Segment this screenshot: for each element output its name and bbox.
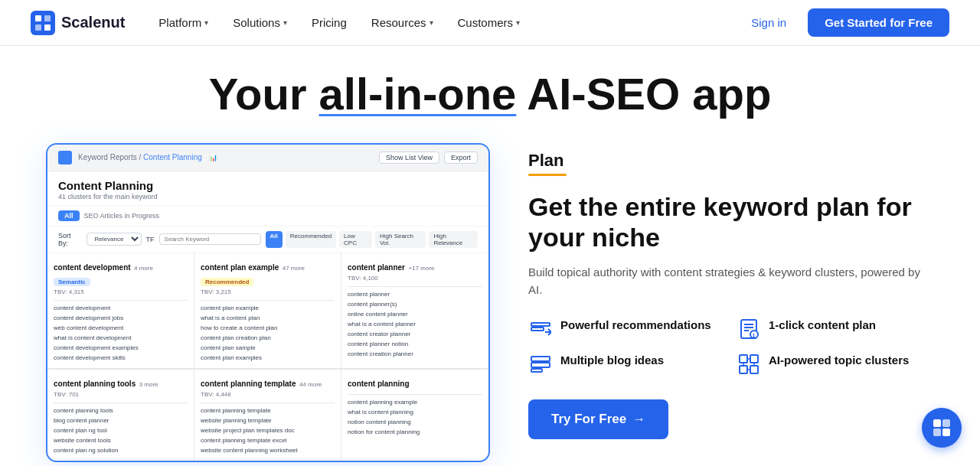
- app-screenshot: Keyword Reports / Content Planning 📊 Sho…: [46, 143, 490, 462]
- svg-rect-21: [942, 419, 950, 427]
- nav-customers[interactable]: Customers ▾: [447, 10, 531, 35]
- list-item: content planner: [348, 290, 482, 298]
- list-item: content development skills: [54, 354, 188, 362]
- list-item: content planner notion: [348, 340, 482, 348]
- svg-rect-1: [35, 15, 41, 21]
- list-item: content planner(s): [348, 300, 482, 308]
- blog-ideas-icon: [528, 352, 553, 376]
- feature-topic-clusters-text: AI-powered topic clusters: [769, 352, 909, 368]
- svg-rect-0: [31, 11, 55, 35]
- feature-blog-ideas: Multiple blog ideas: [528, 352, 726, 376]
- get-started-button[interactable]: Get Started for Free: [808, 8, 949, 37]
- topic-clusters-icon: [737, 352, 761, 376]
- app-logo-small: [58, 151, 72, 165]
- list-item: content plan example: [201, 304, 335, 312]
- svg-rect-3: [35, 24, 41, 31]
- svg-rect-23: [942, 429, 950, 436]
- chevron-down-icon: ▾: [283, 18, 287, 27]
- page-title: Your all-in-one AI-SEO app: [46, 69, 934, 120]
- recommendations-icon: [528, 317, 553, 341]
- try-for-free-button[interactable]: Try For Free →: [528, 399, 668, 439]
- app-toolbar: Sort By: Relevance TF All Recommended Lo…: [47, 226, 488, 253]
- list-item: what is a content plan: [201, 314, 335, 322]
- table-col-2: content plan example 47 more Recommended…: [194, 253, 341, 368]
- nav-solutions[interactable]: Solutions ▾: [222, 10, 298, 35]
- export-button[interactable]: Export: [444, 152, 478, 164]
- list-item: notion for content planning: [348, 428, 482, 436]
- fab-icon: [932, 418, 952, 438]
- list-item: content plan ng tool: [54, 426, 188, 435]
- nav-pricing[interactable]: Pricing: [301, 10, 358, 35]
- list-item: what is content development: [54, 334, 188, 342]
- svg-rect-5: [531, 323, 550, 326]
- filter-all-badge[interactable]: All: [58, 210, 80, 221]
- svg-rect-16: [740, 355, 747, 363]
- list-item: content planning template excel: [201, 436, 335, 445]
- plan-label: Plan: [528, 151, 934, 171]
- search-input[interactable]: [159, 233, 261, 245]
- svg-rect-15: [531, 369, 542, 372]
- list-item: what is content planning: [348, 408, 482, 416]
- list-item: content planning template: [201, 406, 335, 415]
- svg-rect-13: [531, 357, 550, 361]
- list-item: content plan examples: [201, 354, 335, 362]
- chevron-down-icon: ▾: [516, 18, 520, 27]
- keyword-table: content development 4 more Semantic TBV:…: [47, 253, 488, 461]
- list-item: website project plan templates doc: [201, 426, 335, 435]
- list-item: content development jobs: [54, 314, 188, 322]
- list-item: how to create a content plan: [201, 324, 335, 332]
- list-item: content development: [54, 304, 188, 312]
- plan-headline: Get the entire keyword plan for your nic…: [528, 191, 934, 254]
- list-item: notion content planning: [348, 418, 482, 426]
- table-col-4: content planning tools 3 more TBV: 701 c…: [47, 370, 194, 461]
- list-item: content development examples: [54, 344, 188, 352]
- table-col-1: content development 4 more Semantic TBV:…: [47, 253, 194, 368]
- list-item: content creator planner: [348, 330, 482, 338]
- show-list-button[interactable]: Show List View: [379, 152, 439, 164]
- tag-high-vol[interactable]: High Search Vol.: [375, 231, 426, 248]
- app-filters: All SEO Articles in Progress: [47, 206, 488, 226]
- tag-recommended[interactable]: Recommended: [286, 231, 336, 248]
- svg-rect-19: [750, 366, 758, 373]
- list-item: website planning template: [201, 416, 335, 425]
- svg-text:1: 1: [753, 333, 756, 338]
- plan-description: Build topical authority with content str…: [528, 264, 934, 298]
- tag-high-relevance[interactable]: High Relevance: [429, 231, 478, 248]
- content-plan-icon: 1: [737, 317, 761, 341]
- fab-button[interactable]: [922, 408, 962, 448]
- list-item: website content tools: [54, 436, 188, 445]
- tf-label: TF: [146, 236, 155, 243]
- app-titlebar: Keyword Reports / Content Planning 📊 Sho…: [47, 145, 488, 171]
- svg-rect-6: [531, 328, 544, 331]
- nav-platform[interactable]: Platform ▾: [148, 10, 219, 35]
- table-row-1: content development 4 more Semantic TBV:…: [47, 253, 488, 368]
- logo[interactable]: Scalenut: [31, 11, 125, 35]
- app-window: Keyword Reports / Content Planning 📊 Sho…: [46, 143, 490, 462]
- list-item: blog content planner: [54, 416, 188, 425]
- feature-recommendations-text: Powerful recommendations: [560, 317, 711, 333]
- app-breadcrumb: Keyword Reports / Content Planning 📊: [78, 153, 217, 161]
- table-col-3: content planner +17 more TBV: 4,100 cont…: [341, 253, 488, 368]
- nav-resources[interactable]: Resources ▾: [361, 10, 444, 35]
- navbar: Scalenut Platform ▾ Solutions ▾ Pricing …: [0, 0, 980, 46]
- feature-topic-clusters: AI-powered topic clusters: [737, 352, 934, 376]
- table-row-2: content planning tools 3 more TBV: 701 c…: [47, 368, 488, 461]
- tag-low-cpc[interactable]: Low CPC: [339, 231, 372, 248]
- list-item: content plan creation plan: [201, 334, 335, 342]
- list-item: online content planner: [348, 310, 482, 318]
- feature-blog-ideas-text: Multiple blog ideas: [560, 352, 664, 368]
- relevance-select[interactable]: Relevance: [87, 233, 142, 246]
- two-col-layout: Keyword Reports / Content Planning 📊 Sho…: [46, 143, 934, 462]
- app-title: Content Planning: [58, 179, 478, 192]
- svg-rect-22: [933, 429, 941, 436]
- svg-rect-4: [44, 24, 51, 31]
- app-subtitle: 41 clusters for the main keyword: [58, 193, 478, 200]
- tag-all[interactable]: All: [266, 231, 283, 248]
- chevron-down-icon: ▾: [204, 18, 208, 27]
- svg-rect-20: [933, 419, 941, 427]
- right-panel: Plan Get the entire keyword plan for you…: [528, 143, 934, 440]
- sign-in-button[interactable]: Sign in: [742, 10, 795, 35]
- list-item: what is a content planner: [348, 320, 482, 328]
- list-item: website content planning worksheet: [201, 446, 335, 455]
- feature-content-plan-text: 1-click content plan: [769, 317, 876, 333]
